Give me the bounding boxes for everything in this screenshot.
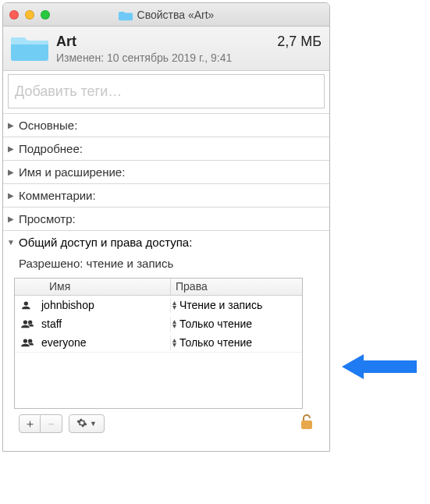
section-sharing: Общий доступ и права доступа: Разрешено:… — [3, 230, 329, 451]
minimize-window-button[interactable] — [25, 10, 34, 20]
permissions-blank — [15, 352, 302, 408]
tags-input[interactable] — [8, 74, 325, 108]
section-sharing-header[interactable]: Общий доступ и права доступа: — [6, 236, 322, 254]
privilege-value: Только чтение — [179, 336, 252, 349]
chevron-right-icon — [6, 121, 16, 130]
cell-name: everyone — [15, 335, 171, 350]
chevron-right-icon — [6, 144, 16, 153]
section-name-ext[interactable]: Имя и расширение: — [3, 160, 329, 183]
svg-rect-0 — [301, 421, 312, 429]
info-window: Свойства «Art» Art 2,7 МБ Изменен: 10 се… — [2, 2, 330, 452]
section-label: Комментарии: — [19, 189, 96, 202]
user-name: johnbishop — [41, 299, 94, 311]
action-menu-button[interactable]: ▼ — [69, 414, 105, 433]
cell-privilege[interactable]: Только чтение — [171, 336, 302, 349]
item-size: 2,7 МБ — [277, 34, 322, 50]
folder-icon — [11, 31, 48, 66]
privilege-value: Только чтение — [179, 318, 252, 330]
zoom-window-button[interactable] — [41, 10, 50, 20]
item-name: Art — [56, 34, 76, 50]
svg-marker-1 — [342, 354, 417, 379]
section-label: Имя и расширение: — [19, 165, 125, 179]
close-window-button[interactable] — [9, 10, 19, 20]
permissions-header: Имя Права — [15, 279, 302, 296]
section-label: Общий доступ и права доступа: — [19, 236, 192, 249]
header-text: Art 2,7 МБ Изменен: 10 сентябрь 2019 г.,… — [56, 34, 322, 64]
user-name: staff — [41, 318, 62, 330]
privilege-value: Чтение и запись — [179, 299, 262, 311]
cell-privilege[interactable]: Чтение и запись — [171, 299, 302, 311]
lock-icon[interactable] — [300, 413, 314, 435]
col-priv-header[interactable]: Права — [171, 279, 302, 295]
section-preview[interactable]: Просмотр: — [3, 207, 329, 230]
stepper-icon[interactable] — [172, 300, 176, 310]
col-name-header[interactable]: Имя — [15, 279, 171, 295]
stepper-icon[interactable] — [172, 338, 176, 347]
chevron-down-icon — [6, 238, 16, 247]
table-row[interactable]: everyoneТолько чтение — [15, 333, 302, 352]
permissions-table: Имя Права johnbishopЧтение и записьstaff… — [14, 278, 303, 409]
allowed-line: Разрешено: чтение и запись — [11, 254, 322, 278]
chevron-right-icon — [6, 168, 16, 176]
stepper-icon[interactable] — [172, 319, 176, 328]
table-row[interactable]: staffТолько чтение — [15, 314, 302, 333]
user-name: everyone — [41, 336, 87, 349]
section-label: Просмотр: — [19, 212, 76, 225]
item-modified: Изменен: 10 сентябрь 2019 г., 9:41 — [56, 51, 322, 64]
gear-icon — [76, 417, 87, 431]
cell-name: staff — [15, 317, 171, 332]
chevron-right-icon — [6, 215, 16, 223]
section-more[interactable]: Подробнее: — [3, 137, 329, 160]
chevron-down-icon: ▼ — [90, 420, 97, 428]
window-title: Свойства «Art» — [137, 9, 215, 21]
title-center: Свойства «Art» — [3, 9, 329, 21]
tags-field — [8, 74, 325, 108]
traffic-lights — [9, 10, 50, 20]
cell-privilege[interactable]: Только чтение — [171, 318, 302, 330]
callout-arrow-icon — [342, 350, 420, 384]
remove-user-button[interactable]: － — [41, 414, 62, 433]
cell-name: johnbishop — [15, 298, 171, 313]
section-general[interactable]: Основные: — [3, 113, 329, 137]
table-row[interactable]: johnbishopЧтение и запись — [15, 296, 302, 314]
group-icon — [20, 335, 37, 350]
group-icon — [20, 317, 37, 332]
add-user-button[interactable]: ＋ — [19, 414, 41, 433]
section-comments[interactable]: Комментарии: — [3, 183, 329, 207]
section-label: Основные: — [19, 119, 77, 132]
bottom-bar: ＋ － ▼ — [11, 409, 322, 440]
chevron-right-icon — [6, 191, 16, 200]
section-label: Подробнее: — [19, 142, 83, 155]
user-icon — [20, 298, 37, 313]
header: Art 2,7 МБ Изменен: 10 сентябрь 2019 г.,… — [3, 27, 329, 71]
folder-mini-icon — [119, 9, 133, 20]
titlebar: Свойства «Art» — [3, 3, 329, 27]
